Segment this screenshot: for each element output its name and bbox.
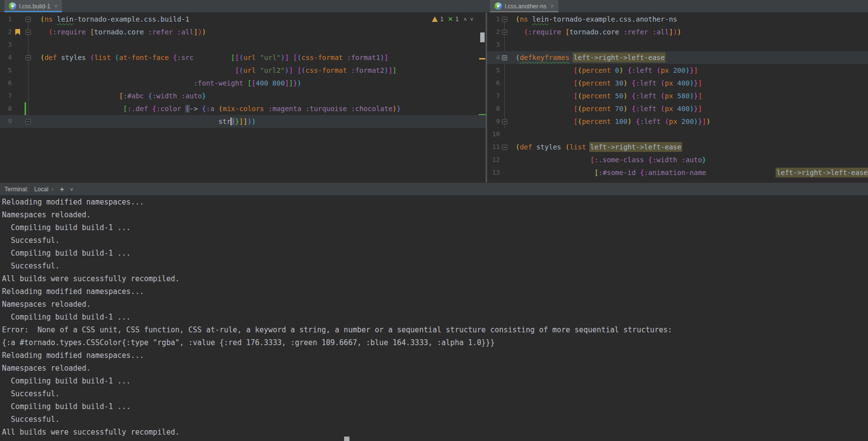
fold-column — [24, 102, 32, 115]
tab-title: l.css.build-1 — [19, 3, 50, 10]
fold-column — [24, 26, 32, 38]
code-token: -tornado-example.css.build-1 — [73, 15, 189, 23]
code-line[interactable]: 9 [(percent 100) {:left (px 200)}]) — [487, 115, 868, 128]
code-token: ) — [694, 118, 698, 125]
bookmark-icon[interactable] — [12, 26, 24, 38]
code-token: -> — [190, 105, 198, 113]
code-line[interactable]: 4(def styles (list (at-font-face {:src [… — [0, 51, 486, 64]
code-line[interactable]: 3 — [0, 38, 486, 51]
line-number: 12 — [487, 153, 500, 166]
code-token: ] — [289, 79, 293, 87]
code-token: :magenta — [268, 105, 301, 113]
code-token: ( — [239, 54, 243, 61]
code-token — [53, 15, 57, 23]
code-token: [ — [247, 79, 251, 87]
code-token: left->right->left-ease — [574, 54, 665, 61]
fold-marker-icon[interactable] — [502, 55, 507, 60]
code-line[interactable]: 9 str)}]])) — [0, 115, 486, 128]
fold-end-icon[interactable] — [502, 119, 507, 124]
code-line[interactable]: 11(def styles (list left->right->left-ea… — [487, 141, 868, 153]
code-token: { — [628, 66, 632, 74]
code-token: ) — [706, 118, 710, 125]
code-token: :refer — [148, 28, 173, 36]
text-caret — [231, 118, 231, 125]
bookmark-flag-icon — [15, 29, 20, 35]
close-icon[interactable]: × — [54, 3, 58, 10]
fold-end-icon[interactable] — [26, 119, 31, 124]
fold-marker-icon[interactable] — [26, 17, 31, 22]
code-token — [657, 105, 661, 113]
code-token: { — [152, 105, 156, 113]
code-text: [:.def {:color (-> {:a (mix-colors :mage… — [32, 102, 401, 115]
terminal-line: Compiling build build-1 ... — [2, 375, 868, 387]
code-token: } — [202, 92, 206, 100]
code-token: ) — [686, 66, 690, 74]
terminal-output[interactable]: Reloading modified namespaces...Namespac… — [0, 196, 868, 441]
tab-l-css-build-1[interactable]: l.css.build-1 × — [4, 0, 62, 12]
code-token: url — [243, 54, 256, 61]
code-line[interactable]: 7 [:#abc {:width :auto} — [0, 89, 486, 102]
terminal-tab-local[interactable]: Local × — [34, 186, 54, 193]
terminal-line: Error: None of a CSS unit, CSS function,… — [2, 323, 868, 336]
close-icon[interactable]: × — [550, 3, 554, 10]
line-number: 4 — [0, 51, 12, 64]
code-token — [198, 105, 202, 113]
code-token — [657, 92, 661, 100]
fold-column — [500, 38, 509, 51]
editor-left[interactable]: 1 ✕ 1 ˄ ˅ 1(ns lein-tornado-example.css.… — [0, 13, 486, 182]
code-token: px — [661, 66, 669, 74]
code-token — [673, 92, 677, 100]
close-icon[interactable]: × — [51, 186, 54, 192]
code-line[interactable]: 6 [(percent 30) {:left (px 400)}] — [487, 77, 868, 89]
new-terminal-plus-icon[interactable]: + — [60, 185, 64, 193]
code-token: ) — [690, 92, 694, 100]
code-token: 400 — [677, 105, 690, 113]
code-token: :width — [652, 156, 677, 164]
code-line[interactable]: 1(ns lein-tornado-example.css.build-1 — [0, 13, 486, 26]
fold-marker-icon[interactable] — [26, 55, 31, 60]
code-line[interactable]: 2 (:require [tornado.core :refer :all])) — [0, 26, 486, 38]
code-line[interactable]: 3 — [487, 38, 868, 51]
fold-marker-icon[interactable] — [502, 17, 507, 22]
code-line[interactable]: 1(ns lein-tornado-example.css.another-ns — [487, 13, 868, 26]
code-line[interactable]: 5 [(percent 0) {:left (px 200)}] — [487, 64, 868, 77]
code-token: -tornado-example.css.another-ns — [549, 15, 677, 23]
code-token — [628, 79, 632, 87]
code-token — [632, 118, 636, 125]
code-line[interactable]: 7 [(percent 50) {:left (px 580)}] — [487, 89, 868, 102]
code-line[interactable]: 13 [:#some-id {:animation-name left->rig… — [487, 166, 868, 179]
code-token: ) — [623, 79, 627, 87]
code-token: url — [243, 66, 256, 74]
code-line[interactable]: 12 [:.some-class {:width :auto} — [487, 153, 868, 166]
code-token — [657, 79, 661, 87]
code-line[interactable]: 10 — [487, 128, 868, 141]
code-text: (:require [tornado.core :refer :all])) — [509, 26, 681, 38]
terminal-options-chevron-icon[interactable]: ˅ — [70, 186, 73, 192]
editor-right[interactable]: 1(ns lein-tornado-example.css.another-ns… — [486, 13, 868, 182]
code-token: :turquoise — [306, 105, 347, 113]
terminal-line: Compiling build build-1 ... — [2, 221, 868, 234]
terminal-line: Reloading modified namespaces... — [2, 349, 868, 362]
fold-marker-icon[interactable] — [502, 145, 507, 150]
code-line[interactable]: 8 [(percent 70) {:left (px 400)}] — [487, 102, 868, 115]
fold-column — [500, 153, 509, 166]
code-token: { — [202, 105, 206, 113]
fold-column — [500, 13, 509, 26]
code-token: ) — [623, 105, 627, 113]
code-line[interactable]: 2 (:require [tornado.core :refer :all])) — [487, 26, 868, 38]
line-number: 7 — [0, 89, 12, 102]
code-line[interactable]: 6 :font-weight [[400 800]]}) — [0, 77, 486, 89]
code-token: list — [94, 54, 111, 61]
code-token: 800 — [272, 79, 285, 87]
code-line[interactable]: 4(defkeyframes left->right->left-ease — [487, 51, 868, 64]
code-token: px — [669, 118, 677, 125]
code-line[interactable]: 8 [:.def {:color (-> {:a (mix-colors :ma… — [0, 102, 486, 115]
gutter-icon-slot — [12, 89, 24, 102]
tab-l-css-another-ns[interactable]: l.css.another-ns × — [490, 0, 558, 12]
code-line[interactable]: 5 [(url "url2")] [(css-format :format2)]… — [0, 64, 486, 77]
fold-marker-icon[interactable] — [26, 29, 31, 35]
code-token: ( — [578, 79, 581, 87]
gutter-icon-slot — [12, 38, 24, 51]
fold-marker-icon[interactable] — [502, 29, 507, 35]
code-token: ( — [301, 66, 305, 74]
